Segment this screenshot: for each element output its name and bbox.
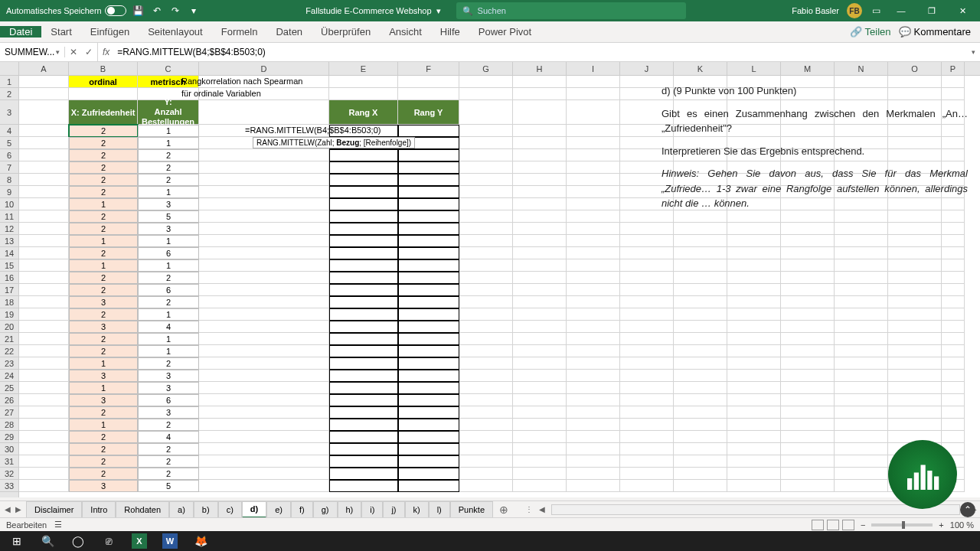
cell-I23[interactable] <box>567 357 620 370</box>
cell-D32[interactable] <box>199 468 329 480</box>
col-header-C[interactable]: C <box>138 62 199 75</box>
cell-D13[interactable] <box>199 235 329 247</box>
cell-L19[interactable] <box>727 308 781 321</box>
sheet-tab-d[interactable]: d) <box>242 501 266 518</box>
cell-B31[interactable]: 2 <box>69 455 138 468</box>
name-box[interactable]: SUMMEW... ▼ <box>0 47 65 57</box>
cell-I4[interactable] <box>567 125 620 137</box>
cell-B27[interactable]: 2 <box>69 406 138 419</box>
normal-view-icon[interactable] <box>812 520 824 530</box>
expand-formula-icon[interactable]: ▾ <box>967 48 980 56</box>
cell-F32[interactable] <box>398 468 459 480</box>
sheet-tab-Disclaimer[interactable]: Disclaimer <box>26 501 82 518</box>
cell-I10[interactable] <box>567 198 620 210</box>
cell-C12[interactable]: 3 <box>138 223 199 235</box>
cell-I18[interactable] <box>567 296 620 308</box>
cell-N30[interactable] <box>835 443 888 455</box>
cell-D23[interactable] <box>199 357 329 370</box>
cell-C24[interactable]: 3 <box>138 370 199 382</box>
row-header-20[interactable]: 20 <box>0 321 18 333</box>
cell-O23[interactable] <box>888 357 942 370</box>
cell-H4[interactable] <box>513 125 567 137</box>
cell-E10[interactable] <box>329 198 398 210</box>
cell-O26[interactable] <box>888 394 942 406</box>
cell-C31[interactable]: 2 <box>138 455 199 468</box>
cell-L12[interactable] <box>727 223 781 235</box>
col-header-J[interactable]: J <box>620 62 674 75</box>
cell-D11[interactable] <box>199 210 329 223</box>
cell-I33[interactable] <box>567 480 620 492</box>
cortana-icon[interactable]: ◯ <box>64 531 92 551</box>
maximize-button[interactable]: ❐ <box>920 0 943 21</box>
cell-N21[interactable] <box>835 333 888 345</box>
row-header-32[interactable]: 32 <box>0 468 18 480</box>
cell-M30[interactable] <box>781 443 835 455</box>
cell-M32[interactable] <box>781 468 835 480</box>
cell-C30[interactable]: 2 <box>138 443 199 455</box>
cell-K24[interactable] <box>674 370 727 382</box>
cell-N23[interactable] <box>835 357 888 370</box>
row-header-31[interactable]: 31 <box>0 455 18 468</box>
undo-icon[interactable]: ↶ <box>151 5 163 17</box>
sheet-tab-e[interactable]: e) <box>266 501 291 518</box>
cell-J24[interactable] <box>620 370 674 382</box>
cell-L29[interactable] <box>727 431 781 443</box>
cell-L33[interactable] <box>727 480 781 492</box>
cell-E26[interactable] <box>329 394 398 406</box>
cell-C21[interactable]: 1 <box>138 333 199 345</box>
cell-P28[interactable] <box>942 419 965 431</box>
cell-C20[interactable]: 4 <box>138 321 199 333</box>
cell-M29[interactable] <box>781 431 835 443</box>
cell-M13[interactable] <box>781 235 835 247</box>
cell-O28[interactable] <box>888 419 942 431</box>
cell-L25[interactable] <box>727 382 781 394</box>
cell-E20[interactable] <box>329 321 398 333</box>
ribbon-tab-formeln[interactable]: Formeln <box>212 26 267 37</box>
row-header-6[interactable]: 6 <box>0 149 18 161</box>
cell-L27[interactable] <box>727 406 781 419</box>
cell-G15[interactable] <box>459 259 513 272</box>
cell-B24[interactable]: 3 <box>69 370 138 382</box>
sheet-tab-Rohdaten[interactable]: Rohdaten <box>116 501 169 518</box>
cell-H22[interactable] <box>513 345 567 357</box>
cell-C16[interactable]: 2 <box>138 272 199 284</box>
cell-C14[interactable]: 6 <box>138 247 199 259</box>
cell-B22[interactable]: 2 <box>69 345 138 357</box>
cell-F11[interactable] <box>398 210 459 223</box>
cell-G21[interactable] <box>459 333 513 345</box>
cell-G33[interactable] <box>459 480 513 492</box>
cell-P19[interactable] <box>942 308 965 321</box>
cell-A24[interactable] <box>19 370 69 382</box>
cell-E29[interactable] <box>329 431 398 443</box>
zoom-out-button[interactable]: − <box>861 520 865 530</box>
cell-C10[interactable]: 3 <box>138 198 199 210</box>
cell-F21[interactable] <box>398 333 459 345</box>
cell-N13[interactable] <box>835 235 888 247</box>
cell-B18[interactable]: 3 <box>69 296 138 308</box>
cell-H1[interactable] <box>513 76 567 88</box>
cell-I24[interactable] <box>567 370 620 382</box>
cell-L31[interactable] <box>727 455 781 468</box>
ribbon-tab-start[interactable]: Start <box>41 26 80 37</box>
cell-I28[interactable] <box>567 419 620 431</box>
cell-B3[interactable]: X: Zufriedenheit <box>69 100 138 125</box>
cell-B11[interactable]: 2 <box>69 210 138 223</box>
cell-I19[interactable] <box>567 308 620 321</box>
cell-B4[interactable]: 2 <box>69 125 138 137</box>
row-header-27[interactable]: 27 <box>0 406 18 419</box>
cell-G26[interactable] <box>459 394 513 406</box>
cell-C32[interactable]: 2 <box>138 468 199 480</box>
cell-J33[interactable] <box>620 480 674 492</box>
ribbon-tab-datei[interactable]: Datei <box>0 26 41 37</box>
cell-N26[interactable] <box>835 394 888 406</box>
cell-K15[interactable] <box>674 259 727 272</box>
cell-C25[interactable]: 3 <box>138 382 199 394</box>
cell-G14[interactable] <box>459 247 513 259</box>
cell-B2[interactable] <box>69 88 138 100</box>
cell-L13[interactable] <box>727 235 781 247</box>
cell-P23[interactable] <box>942 357 965 370</box>
cell-H12[interactable] <box>513 223 567 235</box>
cell-A3[interactable] <box>19 100 69 125</box>
cell-O19[interactable] <box>888 308 942 321</box>
cell-F7[interactable] <box>398 161 459 174</box>
